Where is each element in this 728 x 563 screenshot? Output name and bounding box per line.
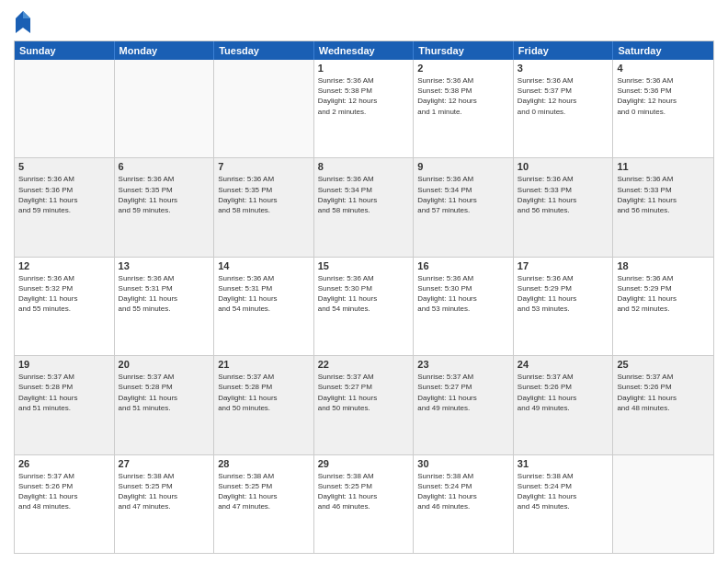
calendar-cell: 11Sunrise: 5:36 AM Sunset: 5:33 PM Dayli… (613, 158, 713, 256)
calendar-cell: 30Sunrise: 5:38 AM Sunset: 5:24 PM Dayli… (414, 455, 514, 553)
day-number: 13 (119, 260, 210, 271)
calendar-cell: 10Sunrise: 5:36 AM Sunset: 5:33 PM Dayli… (514, 158, 614, 256)
calendar-cell: 12Sunrise: 5:36 AM Sunset: 5:32 PM Dayli… (15, 258, 115, 355)
calendar-header-cell: Saturday (613, 41, 713, 60)
page: SundayMondayTuesdayWednesdayThursdayFrid… (0, 0, 728, 563)
day-number: 3 (518, 63, 609, 74)
calendar-cell: 6Sunrise: 5:36 AM Sunset: 5:35 PM Daylig… (115, 158, 215, 256)
calendar-cell: 14Sunrise: 5:36 AM Sunset: 5:31 PM Dayli… (214, 258, 314, 355)
day-info: Sunrise: 5:36 AM Sunset: 5:36 PM Dayligh… (617, 75, 710, 117)
day-number: 19 (18, 359, 110, 370)
calendar-header-cell: Monday (115, 41, 215, 60)
day-number: 16 (417, 260, 509, 271)
calendar-cell: 2Sunrise: 5:36 AM Sunset: 5:38 PM Daylig… (414, 60, 514, 157)
day-info: Sunrise: 5:36 AM Sunset: 5:30 PM Dayligh… (417, 273, 509, 315)
day-number: 20 (119, 359, 210, 370)
day-number: 21 (218, 359, 310, 370)
day-number: 7 (218, 161, 310, 172)
calendar-cell: 28Sunrise: 5:38 AM Sunset: 5:25 PM Dayli… (214, 455, 314, 553)
calendar-week: 1Sunrise: 5:36 AM Sunset: 5:38 PM Daylig… (15, 60, 713, 158)
day-info: Sunrise: 5:36 AM Sunset: 5:35 PM Dayligh… (218, 174, 310, 215)
calendar-cell: 3Sunrise: 5:36 AM Sunset: 5:37 PM Daylig… (514, 60, 614, 157)
calendar-cell: 21Sunrise: 5:37 AM Sunset: 5:28 PM Dayli… (214, 356, 314, 454)
day-number: 26 (18, 458, 110, 469)
day-number: 12 (18, 260, 110, 271)
calendar-cell (15, 60, 115, 157)
day-info: Sunrise: 5:36 AM Sunset: 5:31 PM Dayligh… (218, 273, 310, 315)
day-info: Sunrise: 5:36 AM Sunset: 5:34 PM Dayligh… (318, 174, 410, 215)
day-info: Sunrise: 5:38 AM Sunset: 5:25 PM Dayligh… (218, 471, 310, 512)
day-info: Sunrise: 5:36 AM Sunset: 5:30 PM Dayligh… (318, 273, 410, 315)
day-number: 28 (218, 458, 310, 469)
day-info: Sunrise: 5:38 AM Sunset: 5:24 PM Dayligh… (417, 471, 509, 512)
day-number: 6 (119, 161, 210, 172)
calendar-week: 26Sunrise: 5:37 AM Sunset: 5:26 PM Dayli… (15, 455, 713, 553)
day-info: Sunrise: 5:37 AM Sunset: 5:27 PM Dayligh… (318, 372, 410, 413)
day-info: Sunrise: 5:36 AM Sunset: 5:31 PM Dayligh… (119, 273, 210, 315)
day-info: Sunrise: 5:38 AM Sunset: 5:25 PM Dayligh… (318, 471, 410, 512)
day-number: 25 (617, 359, 710, 370)
day-info: Sunrise: 5:36 AM Sunset: 5:34 PM Dayligh… (417, 174, 509, 215)
day-info: Sunrise: 5:36 AM Sunset: 5:36 PM Dayligh… (18, 174, 110, 215)
calendar-cell: 7Sunrise: 5:36 AM Sunset: 5:35 PM Daylig… (214, 158, 314, 256)
day-number: 17 (518, 260, 609, 271)
calendar-header-cell: Wednesday (314, 41, 415, 60)
calendar-cell: 27Sunrise: 5:38 AM Sunset: 5:25 PM Dayli… (115, 455, 215, 553)
calendar-cell (613, 455, 713, 553)
calendar-cell: 26Sunrise: 5:37 AM Sunset: 5:26 PM Dayli… (15, 455, 115, 553)
day-info: Sunrise: 5:37 AM Sunset: 5:28 PM Dayligh… (18, 372, 110, 413)
day-info: Sunrise: 5:37 AM Sunset: 5:26 PM Dayligh… (617, 372, 710, 413)
day-info: Sunrise: 5:36 AM Sunset: 5:33 PM Dayligh… (617, 174, 710, 215)
day-info: Sunrise: 5:37 AM Sunset: 5:27 PM Dayligh… (417, 372, 509, 413)
day-info: Sunrise: 5:36 AM Sunset: 5:37 PM Dayligh… (518, 75, 609, 117)
day-info: Sunrise: 5:37 AM Sunset: 5:26 PM Dayligh… (518, 372, 609, 413)
day-number: 15 (318, 260, 410, 271)
calendar-header-cell: Friday (514, 41, 614, 60)
calendar-header-cell: Sunday (15, 41, 115, 60)
day-number: 30 (417, 458, 509, 469)
day-number: 11 (617, 161, 710, 172)
calendar-cell: 29Sunrise: 5:38 AM Sunset: 5:25 PM Dayli… (314, 455, 415, 553)
day-number: 23 (417, 359, 509, 370)
calendar-cell: 25Sunrise: 5:37 AM Sunset: 5:26 PM Dayli… (613, 356, 713, 454)
calendar-cell: 5Sunrise: 5:36 AM Sunset: 5:36 PM Daylig… (15, 158, 115, 256)
logo (14, 9, 36, 35)
calendar-cell: 4Sunrise: 5:36 AM Sunset: 5:36 PM Daylig… (613, 60, 713, 157)
svg-marker-1 (23, 11, 30, 18)
day-number: 4 (617, 63, 710, 74)
day-info: Sunrise: 5:36 AM Sunset: 5:38 PM Dayligh… (417, 75, 509, 117)
calendar-cell: 20Sunrise: 5:37 AM Sunset: 5:28 PM Dayli… (115, 356, 215, 454)
calendar-cell: 24Sunrise: 5:37 AM Sunset: 5:26 PM Dayli… (514, 356, 614, 454)
day-number: 2 (417, 63, 509, 74)
calendar-cell: 9Sunrise: 5:36 AM Sunset: 5:34 PM Daylig… (414, 158, 514, 256)
day-number: 1 (318, 63, 410, 74)
day-info: Sunrise: 5:36 AM Sunset: 5:35 PM Dayligh… (119, 174, 210, 215)
day-info: Sunrise: 5:37 AM Sunset: 5:28 PM Dayligh… (119, 372, 210, 413)
calendar-header: SundayMondayTuesdayWednesdayThursdayFrid… (15, 41, 713, 60)
day-number: 10 (518, 161, 609, 172)
day-number: 8 (318, 161, 410, 172)
calendar-cell: 23Sunrise: 5:37 AM Sunset: 5:27 PM Dayli… (414, 356, 514, 454)
calendar-cell: 17Sunrise: 5:36 AM Sunset: 5:29 PM Dayli… (514, 258, 614, 355)
calendar-week: 5Sunrise: 5:36 AM Sunset: 5:36 PM Daylig… (15, 158, 713, 257)
day-info: Sunrise: 5:37 AM Sunset: 5:28 PM Dayligh… (218, 372, 310, 413)
calendar-cell: 18Sunrise: 5:36 AM Sunset: 5:29 PM Dayli… (613, 258, 713, 355)
logo-icon (14, 9, 32, 35)
day-info: Sunrise: 5:36 AM Sunset: 5:32 PM Dayligh… (18, 273, 110, 315)
day-info: Sunrise: 5:38 AM Sunset: 5:25 PM Dayligh… (119, 471, 210, 512)
header (14, 9, 714, 35)
calendar-cell: 1Sunrise: 5:36 AM Sunset: 5:38 PM Daylig… (314, 60, 415, 157)
calendar-cell (115, 60, 215, 157)
calendar-cell: 8Sunrise: 5:36 AM Sunset: 5:34 PM Daylig… (314, 158, 415, 256)
calendar-cell: 15Sunrise: 5:36 AM Sunset: 5:30 PM Dayli… (314, 258, 415, 355)
day-number: 24 (518, 359, 609, 370)
day-info: Sunrise: 5:36 AM Sunset: 5:29 PM Dayligh… (518, 273, 609, 315)
calendar-body: 1Sunrise: 5:36 AM Sunset: 5:38 PM Daylig… (15, 60, 713, 553)
calendar-week: 12Sunrise: 5:36 AM Sunset: 5:32 PM Dayli… (15, 258, 713, 356)
calendar-cell: 19Sunrise: 5:37 AM Sunset: 5:28 PM Dayli… (15, 356, 115, 454)
day-number: 9 (417, 161, 509, 172)
day-number: 29 (318, 458, 410, 469)
calendar-week: 19Sunrise: 5:37 AM Sunset: 5:28 PM Dayli… (15, 356, 713, 454)
day-number: 27 (119, 458, 210, 469)
day-number: 31 (518, 458, 609, 469)
